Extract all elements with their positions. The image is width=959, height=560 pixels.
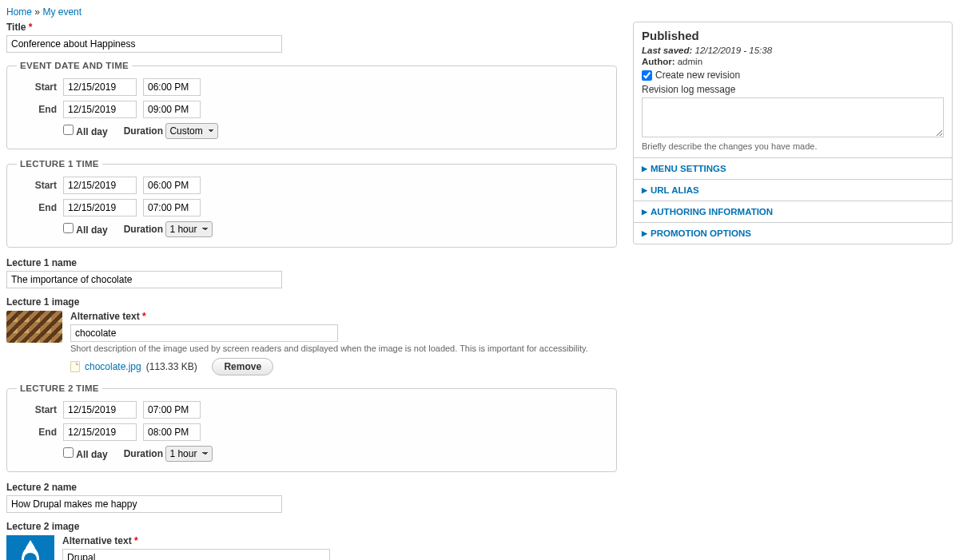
lec1-end-time[interactable]	[143, 199, 201, 216]
chevron-right-icon: ▶	[642, 165, 647, 173]
chevron-right-icon: ▶	[642, 229, 647, 237]
published-heading: Published	[642, 29, 944, 42]
lec1-image-label: Lecture 1 image	[6, 296, 617, 308]
lec1-image-thumbnail	[6, 311, 62, 343]
lec1-end-date[interactable]	[63, 199, 137, 216]
last-saved-label: Last saved:	[642, 46, 692, 55]
event-duration-label: Duration	[124, 125, 163, 137]
event-datetime-fieldset: EVENT DATE AND TIME Start End All day Du…	[6, 61, 617, 149]
event-end-time[interactable]	[143, 101, 201, 118]
lec2-alt-label: Alternative text *	[62, 535, 617, 546]
revision-log-help: Briefly describe the changes you have ma…	[642, 141, 944, 151]
lec2-start-date[interactable]	[63, 401, 137, 419]
lec2-alt-input[interactable]	[62, 549, 330, 560]
last-saved-value: 12/12/2019 - 15:38	[694, 46, 772, 55]
breadcrumb-current[interactable]: My event	[42, 6, 82, 18]
lecture1-time-fieldset: LECTURE 1 TIME Start End All day Duratio…	[6, 159, 617, 248]
lec1-alt-help: Short description of the image used by s…	[70, 344, 617, 353]
author-label: Author:	[642, 57, 675, 66]
event-start-time[interactable]	[143, 78, 201, 96]
event-duration-select[interactable]: Custom	[165, 123, 218, 139]
lec1-start-date[interactable]	[63, 177, 137, 194]
event-datetime-legend: EVENT DATE AND TIME	[17, 61, 132, 70]
title-label: Title *	[6, 22, 617, 33]
lec1-allday-checkbox[interactable]	[63, 223, 74, 233]
lec2-name-input[interactable]	[6, 495, 282, 513]
author-value: admin	[678, 57, 702, 66]
meta-box: Published Last saved: 12/12/2019 - 15:38…	[633, 22, 953, 244]
lec1-name-input[interactable]	[6, 271, 282, 288]
create-revision-checkbox[interactable]	[642, 70, 652, 81]
lec2-name-label: Lecture 2 name	[6, 482, 617, 493]
lec1-alt-input[interactable]	[70, 324, 338, 342]
breadcrumb-sep: »	[34, 6, 40, 18]
event-start-date[interactable]	[63, 78, 137, 96]
lec2-duration-select[interactable]: 1 hour	[165, 446, 213, 462]
lec2-end-date[interactable]	[63, 423, 137, 441]
file-icon	[70, 361, 80, 372]
lec1-file-link[interactable]: chocolate.jpg	[85, 361, 141, 372]
lec1-alt-label: Alternative text *	[70, 311, 617, 322]
lec1-file-size: (113.33 KB)	[146, 361, 197, 372]
start-label: Start	[17, 81, 57, 93]
authoring-info-toggle[interactable]: ▶AUTHORING INFORMATION	[642, 207, 944, 216]
chevron-right-icon: ▶	[642, 208, 647, 216]
breadcrumb-home[interactable]: Home	[6, 6, 32, 18]
lec2-image-thumbnail	[6, 535, 54, 560]
lecture2-time-legend: LECTURE 2 TIME	[17, 383, 102, 393]
revision-log-label: Revision log message	[642, 84, 735, 95]
title-input[interactable]	[6, 35, 282, 53]
create-revision-label: Create new revision	[655, 70, 740, 81]
lec2-start-time[interactable]	[143, 401, 201, 419]
lec2-allday-checkbox[interactable]	[63, 447, 74, 458]
lec1-remove-button[interactable]: Remove	[212, 358, 273, 375]
lecture1-time-legend: LECTURE 1 TIME	[17, 159, 102, 169]
lec2-image-label: Lecture 2 image	[6, 521, 617, 532]
chevron-right-icon: ▶	[642, 186, 647, 194]
end-label: End	[17, 104, 57, 115]
promotion-options-toggle[interactable]: ▶PROMOTION OPTIONS	[642, 228, 944, 238]
title-field: Title *	[6, 22, 617, 53]
breadcrumb: Home » My event	[6, 6, 953, 18]
menu-settings-toggle[interactable]: ▶MENU SETTINGS	[642, 164, 944, 173]
event-allday-checkbox[interactable]	[63, 125, 74, 135]
event-allday-label: All day	[76, 126, 107, 137]
lec1-duration-select[interactable]: 1 hour	[165, 221, 213, 237]
url-alias-toggle[interactable]: ▶URL ALIAS	[642, 185, 944, 195]
event-end-date[interactable]	[63, 101, 137, 118]
revision-log-textarea[interactable]	[642, 97, 944, 137]
lec2-end-time[interactable]	[143, 423, 201, 441]
lecture2-time-fieldset: LECTURE 2 TIME Start End All day Duratio…	[6, 383, 617, 472]
lec1-start-time[interactable]	[143, 177, 201, 194]
lec1-name-label: Lecture 1 name	[6, 257, 617, 268]
